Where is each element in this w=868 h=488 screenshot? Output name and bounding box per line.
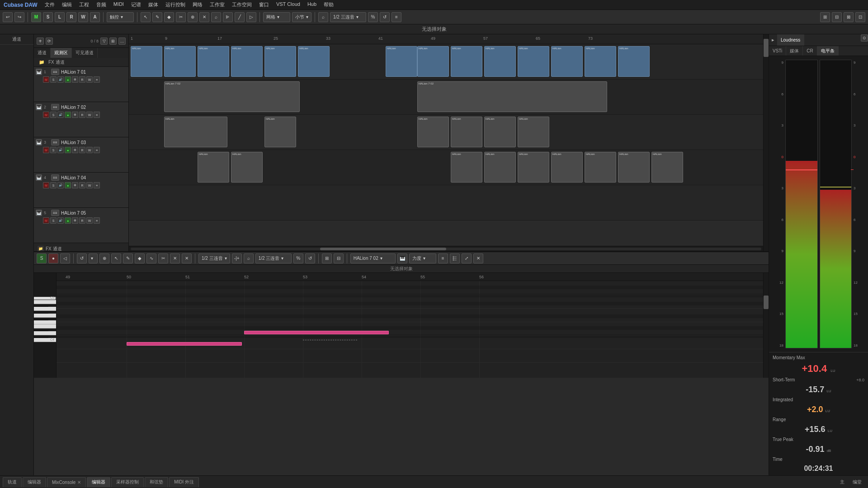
midi-tool-3[interactable]: ✎ [123, 253, 133, 263]
clip-1-14[interactable]: HALion [618, 46, 650, 77]
track-r-1[interactable]: R [79, 76, 85, 83]
track-options[interactable]: … [118, 38, 126, 45]
tab-editor-1[interactable]: 编辑器 [23, 477, 46, 487]
clip-2-2[interactable]: HALion 7 02 [417, 81, 607, 112]
window-layout-3[interactable]: ⊠ [844, 12, 854, 22]
tab-chord-pad[interactable]: 和弦垫 [145, 477, 168, 487]
midi-tool-7[interactable]: ✕ [170, 253, 180, 263]
midi-tool-6[interactable]: ✂ [158, 253, 168, 263]
tool-erase[interactable]: ◆ [164, 12, 174, 22]
clip-2-1[interactable]: HALion 7 02 [164, 81, 300, 112]
window-layout-2[interactable]: ⊟ [832, 12, 842, 22]
track-vol-1[interactable]: 🔊 [57, 76, 64, 83]
midi-col-btn[interactable]: ⊞ [322, 253, 332, 263]
midi-v-scroll-thumb[interactable] [764, 296, 769, 309]
toggle-s[interactable]: S [43, 12, 53, 22]
v-scrollbar-thumb[interactable] [764, 39, 769, 57]
tab-cr[interactable]: CR [803, 46, 817, 56]
tool-select[interactable]: ↖ [141, 12, 151, 22]
quantize-settings[interactable]: % [368, 12, 378, 22]
menu-studio[interactable]: 工作室 [208, 1, 226, 8]
tab-channel[interactable]: 通道 [34, 48, 51, 58]
midi-prev-btn[interactable]: ◁ [60, 253, 70, 263]
tracks-content[interactable]: HALion HALion HALion HALion HALion HALio… [129, 44, 763, 246]
track-settings[interactable]: ⊞ [109, 38, 117, 45]
track-mon-4[interactable]: ● [65, 182, 71, 188]
track-m-3[interactable]: M [43, 147, 49, 153]
track-rec-1[interactable]: ⊕ [72, 76, 78, 83]
track-r-3[interactable]: R [79, 147, 85, 153]
clip-1-6[interactable]: HALion [298, 46, 330, 77]
track-w-2[interactable]: W [86, 112, 93, 118]
toggle-a[interactable]: A [90, 12, 100, 22]
midi-tool-1[interactable]: ⊕ [99, 253, 109, 263]
clip-3-1[interactable]: HALion [164, 117, 227, 147]
menu-edit[interactable]: 编辑 [60, 1, 74, 8]
clip-4-7[interactable]: HALion [585, 152, 616, 183]
tab-vsti[interactable]: VSTi [769, 46, 786, 56]
clip-1-11[interactable]: HALion [518, 46, 549, 77]
clip-4-1[interactable]: HALion [198, 152, 229, 183]
track-s-1[interactable]: S [50, 76, 57, 83]
clip-1-7[interactable]: HALion [386, 46, 417, 77]
track-more-1[interactable]: ≡ [94, 76, 100, 83]
toggle-r[interactable]: R [66, 12, 76, 22]
track-lane-1[interactable]: HALion HALion HALion HALion HALion HALio… [129, 44, 763, 80]
track-s-4[interactable]: S [50, 182, 57, 188]
midi-cycle-btn[interactable]: ↺ [77, 253, 87, 263]
tool-draw[interactable]: ✎ [152, 12, 162, 22]
bar-dropdown[interactable]: 小节 ▾ [292, 12, 311, 22]
filter-button[interactable]: ▽ [100, 38, 108, 45]
toggle-w[interactable]: W [78, 12, 88, 22]
tool-zoom[interactable]: ⌕ [211, 12, 221, 22]
toggle-m[interactable]: M [31, 12, 41, 22]
track-row-3[interactable]: 🎹 3 ≡≡ HALion 7 03 M S 🔊 ● ⊕ R W ≡ [34, 137, 128, 173]
clip-3-4[interactable]: HALion [451, 117, 482, 147]
clip-3-2[interactable]: HALion [264, 117, 296, 147]
midi-cycle-dropdown[interactable]: ▾ [89, 253, 98, 263]
midi-note-1[interactable] [127, 342, 242, 346]
track-r-5[interactable]: R [79, 217, 85, 224]
track-m-5[interactable]: M [43, 217, 49, 224]
midi-instrument-dropdown[interactable]: HALion 7 02 ▾ [350, 253, 396, 263]
piano-a4[interactable] [34, 307, 56, 311]
piano-d4[interactable] [34, 331, 56, 335]
clip-1-10[interactable]: HALion [484, 46, 516, 77]
clip-4-6[interactable]: HALion [551, 152, 583, 183]
clip-1-13[interactable]: HALion [585, 46, 616, 77]
track-more-2[interactable]: ≡ [94, 112, 100, 118]
clip-4-2[interactable]: HALion [231, 152, 263, 183]
midi-q-pct[interactable]: % [293, 253, 303, 263]
clip-3-6[interactable]: HALion [518, 117, 549, 147]
undo-button[interactable]: ↩ [3, 12, 13, 22]
track-mon-3[interactable]: ● [65, 147, 71, 153]
clip-1-5[interactable]: HALion [264, 46, 296, 77]
midi-expression-dropdown[interactable]: 力度 ▾ [409, 253, 436, 263]
track-mon-1[interactable]: ● [65, 76, 71, 83]
tool-glue[interactable]: ⊕ [188, 12, 198, 22]
track-more-5[interactable]: ≡ [94, 217, 100, 224]
clip-3-3[interactable]: HALion [417, 117, 449, 147]
touch-mode-dropdown[interactable]: 触控 ▾ [107, 12, 134, 22]
tab-inspector[interactable]: 观测区 [51, 48, 72, 58]
piano-b4[interactable] [34, 300, 56, 304]
track-more-3[interactable]: ≡ [94, 147, 100, 153]
track-lane-5[interactable] [129, 185, 763, 221]
track-lane-4[interactable]: HALion HALion HALion HALion HALion HALio… [129, 150, 763, 185]
track-mon-5[interactable]: ● [65, 217, 71, 224]
track-s-5[interactable]: S [50, 217, 57, 224]
midi-v-scrollbar[interactable] [763, 273, 769, 378]
tab-sampler[interactable]: 采样器控制 [111, 477, 144, 487]
tool-line[interactable]: ╱ [235, 12, 245, 22]
midi-col-btn2[interactable]: ⊟ [334, 253, 344, 263]
h-scrollbar-track[interactable] [131, 248, 761, 250]
midi-grid-dropdown[interactable]: 1/2 三连音 ▾ [198, 253, 230, 263]
midi-tool-4[interactable]: ◆ [135, 253, 145, 263]
track-w-4[interactable]: W [86, 182, 93, 188]
track-s-3[interactable]: S [50, 147, 57, 153]
piano-g4[interactable] [34, 314, 56, 318]
mixconsole-close[interactable]: ✕ [77, 480, 81, 485]
menu-hub[interactable]: Hub [306, 1, 318, 8]
tab-mixconsole[interactable]: MixConsole ✕ [47, 477, 86, 487]
clip-1-12[interactable]: HALion [551, 46, 583, 77]
